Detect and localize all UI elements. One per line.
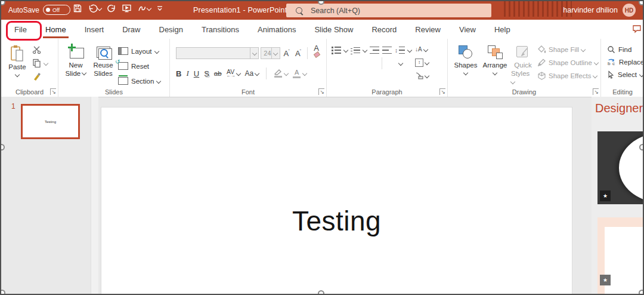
- slide-1-thumbnail[interactable]: Testing: [21, 104, 80, 139]
- selection-handle-bottom-right[interactable]: [639, 290, 644, 295]
- comments-icon: [632, 24, 642, 33]
- undo-button[interactable]: [88, 4, 101, 13]
- drawing-dialog-launcher[interactable]: ↘: [593, 88, 599, 95]
- tab-design[interactable]: Design: [158, 25, 184, 34]
- slide-title-text[interactable]: Testing: [101, 205, 572, 237]
- font-name-select[interactable]: [176, 47, 259, 59]
- save-button[interactable]: [73, 4, 82, 13]
- increase-font-size-button[interactable]: Aˆ: [282, 48, 292, 58]
- quick-styles-label-2: Styles: [511, 69, 535, 87]
- chevron-down-icon: [463, 70, 468, 75]
- tab-view[interactable]: View: [458, 25, 477, 34]
- account-chip[interactable]: harvinder dhilion HD: [563, 4, 636, 17]
- tab-review[interactable]: Review: [414, 25, 442, 34]
- find-label: Find: [618, 46, 631, 53]
- shape-fill-button[interactable]: Shape Fill: [537, 44, 598, 55]
- autosave-switch[interactable]: Off: [43, 5, 70, 15]
- selection-handle-top-right[interactable]: [639, 0, 644, 5]
- align-text-button[interactable]: ↕: [415, 57, 429, 68]
- bullets-icon[interactable]: [332, 47, 341, 54]
- shape-effects-icon: [537, 72, 546, 80]
- paragraph-dialog-launcher[interactable]: ↘: [439, 88, 445, 95]
- change-case-button[interactable]: Aa: [245, 69, 254, 78]
- tab-insert[interactable]: Insert: [83, 25, 106, 34]
- reset-button[interactable]: Reset: [118, 60, 160, 72]
- selection-handle-bottom-center[interactable]: [318, 290, 324, 295]
- clipboard-dialog-launcher[interactable]: ↘: [50, 88, 56, 95]
- replace-button[interactable]: bc Replace: [607, 56, 644, 68]
- designer-suggestion-1[interactable]: ★: [597, 131, 644, 204]
- chevron-down-icon[interactable]: [255, 71, 259, 76]
- layout-button[interactable]: Layout: [118, 45, 160, 57]
- search-bar[interactable]: [286, 4, 491, 17]
- cut-button[interactable]: [32, 44, 48, 56]
- italic-button[interactable]: I: [186, 69, 188, 78]
- clear-formatting-button[interactable]: A: [312, 44, 326, 62]
- document-title: Presentation1 - PowerPoint: [193, 6, 287, 14]
- font-color-button[interactable]: A: [293, 69, 301, 78]
- chevron-down-icon[interactable]: [284, 71, 289, 76]
- selection-handle-bottom-left[interactable]: [0, 290, 5, 295]
- section-button[interactable]: Section: [118, 75, 160, 87]
- avatar[interactable]: HD: [623, 4, 636, 17]
- font-size-select[interactable]: 24: [261, 47, 280, 59]
- redo-icon: [107, 4, 116, 13]
- underline-button[interactable]: U: [194, 69, 199, 78]
- copy-button[interactable]: [32, 57, 48, 69]
- numbering-icon[interactable]: [351, 47, 360, 54]
- chevron-down-icon[interactable]: [407, 48, 412, 53]
- text-shadow-button[interactable]: S: [204, 69, 209, 78]
- chevron-down-icon[interactable]: [147, 6, 151, 11]
- shape-effects-button[interactable]: Shape Effects: [537, 70, 598, 81]
- chevron-down-icon[interactable]: [302, 71, 307, 76]
- paragraph-group-label: Paragraph: [327, 88, 447, 96]
- increase-indent-icon[interactable]: [382, 47, 392, 54]
- selection-handle-right[interactable]: [639, 144, 644, 150]
- chevron-down-icon[interactable]: [343, 48, 348, 53]
- redo-button[interactable]: [107, 4, 116, 13]
- decrease-font-size-button[interactable]: Aˇ: [293, 48, 303, 58]
- search-input[interactable]: [309, 6, 449, 16]
- chevron-down-icon: [82, 70, 86, 75]
- format-painter-button[interactable]: [32, 70, 48, 82]
- find-button[interactable]: Find: [607, 43, 644, 56]
- comments-button[interactable]: [632, 24, 642, 33]
- chevron-down-icon[interactable]: [97, 6, 102, 11]
- chevron-down-icon[interactable]: [398, 61, 403, 66]
- ink-mode-button[interactable]: [137, 4, 151, 13]
- select-button[interactable]: Select: [607, 68, 644, 81]
- text-direction-button[interactable]: ↓A: [415, 44, 429, 55]
- tab-help[interactable]: Help: [493, 25, 512, 34]
- decrease-indent-icon[interactable]: [370, 47, 379, 54]
- text-highlight-button[interactable]: [274, 69, 282, 78]
- thumbnail-scrollbar[interactable]: [91, 97, 98, 294]
- tab-transitions[interactable]: Transitions: [200, 25, 240, 34]
- format-painter-icon: [32, 72, 41, 81]
- convert-smartart-button[interactable]: [415, 70, 429, 81]
- tab-draw[interactable]: Draw: [121, 25, 141, 34]
- character-spacing-button[interactable]: AV←→: [227, 69, 235, 78]
- chevron-down-icon[interactable]: [363, 48, 367, 53]
- strikethrough-button[interactable]: ab: [214, 70, 222, 77]
- tab-animations[interactable]: Animations: [256, 25, 297, 34]
- font-dialog-launcher[interactable]: ↘: [318, 88, 324, 95]
- designer-badge-icon: ★: [600, 275, 611, 285]
- bold-button[interactable]: B: [176, 69, 181, 78]
- chevron-down-icon[interactable]: [44, 60, 48, 65]
- customize-qat-button[interactable]: [156, 5, 163, 12]
- tab-slide-show[interactable]: Slide Show: [313, 25, 354, 34]
- slide-canvas[interactable]: Testing: [101, 107, 572, 295]
- replace-icon: bc: [607, 58, 616, 66]
- chevron-down-icon[interactable]: [236, 71, 240, 76]
- shape-outline-label: Shape Outline: [549, 59, 592, 66]
- font-group-label: Font: [170, 88, 326, 96]
- chevron-down-icon: [425, 60, 429, 64]
- tab-record[interactable]: Record: [370, 25, 398, 34]
- shape-outline-button[interactable]: Shape Outline: [537, 57, 598, 68]
- line-spacing-icon[interactable]: ↕: [395, 47, 405, 54]
- user-name: harvinder dhilion: [563, 6, 618, 14]
- start-slideshow-button[interactable]: [122, 4, 132, 13]
- autosave-toggle[interactable]: AutoSave Off: [8, 5, 70, 15]
- designer-suggestion-2[interactable]: ★: [597, 217, 644, 295]
- tab-home[interactable]: Home: [44, 25, 67, 34]
